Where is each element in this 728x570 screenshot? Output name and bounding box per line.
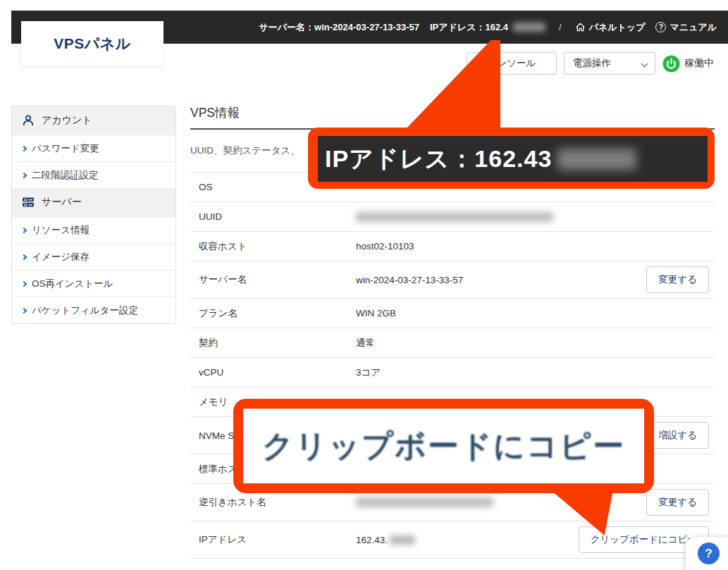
header-server-name: サーバー名：win-2024-03-27-13-33-57 (259, 21, 419, 34)
row-value: host02-10103 (356, 241, 414, 252)
row-label: プラン名 (199, 307, 356, 320)
callout-ip-text: IPアドレス：162.43 (325, 143, 552, 175)
panel-top-label: パネルトップ (589, 21, 646, 34)
sidebar-item[interactable]: OS再インストール (12, 270, 175, 297)
row-value: WIN 2GB (356, 308, 396, 318)
redacted-value (356, 212, 553, 222)
power-operation-select[interactable]: 電源操作 (564, 52, 655, 75)
table-row: サーバー名win-2024-03-27-13-33-57変更する (190, 261, 715, 299)
chevron-right-icon (21, 307, 27, 313)
sidebar-item[interactable]: パスワード変更 (12, 135, 175, 161)
row-label: 収容ホスト (199, 240, 356, 253)
sidebar-item-label: リソース情報 (32, 224, 90, 237)
row-label: 契約 (199, 337, 356, 349)
row-value (356, 212, 553, 222)
row-label: UUID (199, 211, 356, 222)
help-button[interactable]: ? (698, 543, 720, 564)
chevron-right-icon (21, 227, 27, 233)
table-row: UUID (190, 202, 715, 232)
sidebar-item[interactable]: イメージ保存 (12, 243, 175, 270)
sidebar-item-label: 二段階認証設定 (32, 169, 99, 182)
header-separator: / (556, 22, 564, 32)
row-value (356, 497, 493, 507)
manual-link[interactable]: ? マニュアル (655, 21, 717, 34)
sidebar-nav: アカウントパスワード変更二段階認証設定サーバーリソース情報イメージ保存OS再イン… (11, 106, 176, 324)
table-row: 収容ホストhost02-10103 (190, 232, 715, 261)
row-label: 逆引きホスト名 (199, 496, 356, 509)
sidebar-item-label: OS再インストール (32, 278, 113, 290)
user-icon (22, 114, 35, 127)
vps-panel-page: サーバー名：win-2024-03-27-13-33-57 IPアドレス：162… (0, 0, 728, 570)
sidebar-section-header: アカウント (12, 106, 175, 135)
callout-ip-inner: IPアドレス：162.43 (318, 136, 708, 182)
power-operation-label: 電源操作 (573, 57, 611, 70)
callout-ip-redacted (557, 149, 636, 170)
status-label: 稼働中 (684, 57, 714, 70)
table-row: IPアドレス162.43.クリップボードにコピー (190, 521, 715, 559)
chevron-right-icon (21, 254, 27, 259)
row-value: win-2024-03-27-13-33-57 (356, 275, 463, 285)
logo-text: VPSパネル (54, 34, 131, 54)
sidebar-section-header: サーバー (12, 188, 175, 216)
vps-table: OSUUID収容ホストhost02-10103サーバー名win-2024-03-… (190, 173, 715, 559)
sidebar-item-label: パケットフィルター設定 (32, 304, 138, 317)
header-ip-label: IPアドレス：162.4 (430, 21, 508, 34)
manual-label: マニュアル (670, 21, 717, 34)
row-action-button[interactable]: 増設する (646, 422, 709, 449)
header-ip-redacted (513, 23, 545, 32)
table-row: プラン名WIN 2GB (190, 299, 715, 328)
row-label: IPアドレス (199, 533, 356, 546)
question-circle-icon: ? (655, 22, 666, 32)
header-ip: IPアドレス：162.4 (430, 21, 545, 34)
row-action-button[interactable]: 変更する (646, 266, 709, 293)
vps-panel-logo[interactable]: VPSパネル (21, 21, 164, 66)
row-action-button[interactable]: 変更する (646, 489, 709, 516)
callout-ip-zoom: IPアドレス：162.43 (308, 128, 715, 189)
sidebar-item[interactable]: パケットフィルター設定 (12, 297, 175, 323)
server-icon (22, 196, 35, 209)
chevron-right-icon (21, 145, 27, 151)
row-value-text: 3コア (356, 366, 381, 379)
server-status: 稼働中 (662, 55, 714, 73)
callout-copy-zoom: クリップボードにコピー (233, 399, 654, 493)
row-value-text: 162.43. (356, 535, 388, 545)
row-label: vCPU (199, 367, 356, 378)
sidebar-section-label: アカウント (42, 114, 92, 127)
callout-ip-pointer (405, 40, 500, 130)
sidebar-item[interactable]: 二段階認証設定 (12, 161, 175, 188)
sidebar-item[interactable]: リソース情報 (12, 216, 175, 243)
home-icon (575, 22, 586, 32)
redacted-value (390, 535, 415, 545)
row-value-text: 通常 (356, 337, 375, 349)
server-controls: コンソール 電源操作 稼働中 (467, 52, 714, 75)
panel-top-link[interactable]: パネルトップ (575, 21, 646, 34)
chevron-right-icon (21, 172, 27, 178)
sidebar-item-label: パスワード変更 (32, 142, 99, 155)
row-value-text: win-2024-03-27-13-33-57 (356, 275, 463, 285)
row-value: 3コア (356, 366, 381, 379)
table-row: 契約通常 (190, 328, 715, 358)
chevron-down-icon (641, 61, 648, 68)
row-label: サーバー名 (199, 273, 356, 286)
table-row: vCPU3コア (190, 358, 715, 388)
row-value: 通常 (356, 337, 375, 349)
chevron-right-icon (21, 280, 27, 286)
row-value-text: host02-10103 (356, 241, 414, 252)
row-value: 162.43. (356, 535, 415, 545)
redacted-value (356, 497, 493, 507)
power-status-icon (662, 55, 680, 73)
row-value-text: WIN 2GB (356, 308, 396, 318)
callout-copy-text: クリップボードにコピー (262, 426, 625, 467)
sidebar-section-label: サーバー (42, 196, 82, 209)
callout-copy-inner: クリップボードにコピー (243, 409, 644, 483)
sidebar-item-label: イメージ保存 (32, 251, 90, 264)
